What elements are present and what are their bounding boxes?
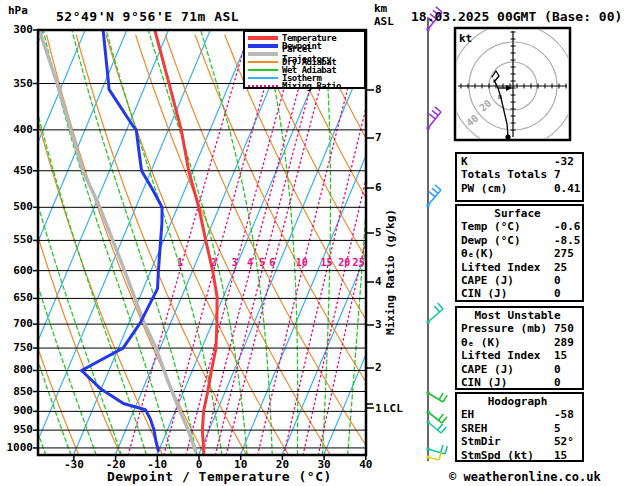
panel-row-label: EH	[461, 408, 474, 421]
panel-row: SREH5	[461, 422, 582, 435]
panel-row: θₑ (K)289	[461, 336, 582, 349]
panel-row-value: 52°	[554, 435, 574, 448]
km-label: km	[374, 2, 394, 15]
panel-row-label: CAPE (J)	[461, 274, 514, 287]
most-unstable-panel: Most Unstable Pressure (mb)750θₑ (K)289L…	[455, 306, 584, 390]
km-tick-label: 8	[375, 83, 382, 96]
legend-line-swatch	[248, 69, 278, 71]
legend-line-swatch	[248, 85, 278, 87]
temp-tick-label: 20	[260, 458, 304, 471]
panel-row-value: 0	[554, 363, 561, 376]
pressure-tick-label: 900	[3, 404, 33, 417]
panel-row-value: 25	[554, 261, 567, 274]
wind-barb	[427, 185, 442, 207]
panel-row-label: Lifted Index	[461, 349, 540, 362]
panel-row-value: 0	[554, 287, 561, 300]
mixing-ratio-value-label: 20	[338, 257, 350, 268]
credit-link[interactable]: © weatheronline.co.uk	[449, 470, 601, 484]
km-tick-label: 2	[375, 361, 382, 374]
panel-row: CIN (J)0	[461, 376, 582, 389]
date-label: 18.03.2025 00GMT (Base: 00)	[411, 9, 622, 24]
temp-tick-label: -10	[135, 458, 179, 471]
pressure-tick-label: 550	[3, 233, 33, 246]
panel-row-label: Lifted Index	[461, 261, 540, 274]
panel-row-value: 275	[554, 247, 574, 260]
mixing-ratio-value-label: 5	[259, 257, 265, 268]
pressure-tick-label: 700	[3, 317, 33, 330]
panel-row: CAPE (J)0	[461, 363, 582, 376]
temp-axis-label: Dewpoint / Temperature (°C)	[107, 469, 332, 484]
panel-row-label: StmSpd (kt)	[461, 449, 534, 462]
stability-indices-panel: K-32Totals Totals7PW (cm)0.41	[455, 152, 584, 202]
panel-row-value: 5	[554, 422, 561, 435]
panel-row-label: CIN (J)	[461, 376, 507, 389]
pressure-tick-label: 400	[3, 123, 33, 136]
pressure-tick-label: 750	[3, 341, 33, 354]
mixing-ratio-value-label: 2	[211, 257, 217, 268]
panel-row-label: Dewp (°C)	[461, 234, 521, 247]
panel-row-value: 0.41	[554, 182, 581, 195]
legend-item: Mixing Ratio	[248, 82, 364, 90]
temp-tick-label: -20	[94, 458, 138, 471]
temp-tick-label: 30	[302, 458, 346, 471]
km-axis-label: km ASL	[374, 2, 394, 28]
km-tick-label: 7	[375, 131, 382, 144]
panel-row: θₑ(K)275	[461, 247, 582, 260]
mixing-ratio-value-label: 3	[232, 257, 238, 268]
km-tick-label: 6	[375, 181, 382, 194]
panel-row: PW (cm)0.41	[461, 182, 582, 195]
legend-line-swatch	[248, 36, 278, 40]
wind-barb-column	[427, 7, 448, 461]
wind-barb	[427, 452, 442, 460]
panel-row: StmSpd (kt)15	[461, 449, 582, 462]
mixing-ratio-value-label: 10	[296, 257, 308, 268]
panel-row: K-32	[461, 155, 582, 168]
legend-line-swatch	[248, 61, 278, 63]
panel-row: CAPE (J)0	[461, 274, 582, 287]
pressure-tick-label: 1000	[3, 441, 33, 454]
temp-tick-label: -30	[52, 458, 96, 471]
mixing-ratio-value-label: 6	[269, 257, 275, 268]
panel-row: EH-58	[461, 408, 582, 421]
panel-row-value: -8.5	[554, 234, 581, 247]
panel-row: Totals Totals7	[461, 168, 582, 181]
mixing-ratio-value-label: 4	[247, 257, 253, 268]
pressure-tick-label: 950	[3, 423, 33, 436]
panel-row-label: Totals Totals	[461, 168, 547, 181]
panel-row-value: 750	[554, 322, 574, 335]
asl-label: ASL	[374, 15, 394, 28]
pressure-tick-label: 600	[3, 264, 33, 277]
pressure-tick-label: 500	[3, 200, 33, 213]
wind-barb	[427, 107, 442, 130]
panel-row-value: -58	[554, 408, 574, 421]
panel-row-value: 0	[554, 274, 561, 287]
panel-row-label: CIN (J)	[461, 287, 507, 300]
pressure-tick-label: 350	[3, 77, 33, 90]
pressure-tick-label: 650	[3, 291, 33, 304]
page-title: 52°49'N 9°56'E 71m ASL	[56, 9, 239, 24]
pressure-tick-label: 300	[3, 23, 33, 36]
panel-row-label: θₑ(K)	[461, 247, 494, 260]
hodograph-panel-title: Hodograph	[461, 395, 582, 408]
panel-row-label: PW (cm)	[461, 182, 507, 195]
panel-row-value: -0.6	[554, 220, 581, 233]
surface-panel: Surface Temp (°C)-0.6Dewp (°C)-8.5θₑ(K)2…	[455, 204, 584, 302]
pressure-tick-label: 450	[3, 164, 33, 177]
legend-item-label: Mixing Ratio	[282, 81, 341, 91]
lcl-label: LCL	[383, 402, 403, 415]
panel-row: Lifted Index25	[461, 261, 582, 274]
temp-tick-label: 40	[344, 458, 388, 471]
panel-row: Dewp (°C)-8.5	[461, 234, 582, 247]
panel-row: Pressure (mb)750	[461, 322, 582, 335]
panel-row-value: 15	[554, 449, 567, 462]
panel-row-label: CAPE (J)	[461, 363, 514, 376]
km-tick-label: 3	[375, 318, 382, 331]
temp-tick-label: 10	[219, 458, 263, 471]
panel-row-value: 7	[554, 168, 561, 181]
panel-row-label: Pressure (mb)	[461, 322, 547, 335]
pressure-unit-label: hPa	[8, 4, 28, 17]
skewt-sounding-page: 2040kt 52°49'N 9°56'E 71m ASL 18.03.2025…	[0, 0, 629, 486]
surface-panel-title: Surface	[461, 207, 582, 220]
panel-row-label: Temp (°C)	[461, 220, 521, 233]
panel-row-value: 289	[554, 336, 574, 349]
